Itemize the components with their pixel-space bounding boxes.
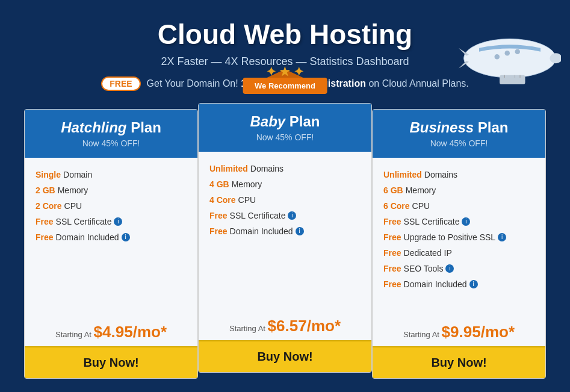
plan-card-hatchling: Hatchling Plan Now 45% OFF! Single Domai… [24,109,198,379]
feature-text: Memory [232,179,262,189]
buy-button-hatchling[interactable]: Buy Now! [25,346,197,378]
plan-name-hatchling: Hatchling Plan [31,119,191,136]
info-icon[interactable]: i [122,233,130,241]
plan-feature-hatchling-1: 2 GB Memory [36,185,187,195]
feature-key: 2 GB [36,185,55,195]
plan-pricing-business: Starting At $9.95/mo* [373,314,545,346]
plan-pricing-hatchling: Starting At $4.95/mo* [25,314,197,346]
plan-feature-baby-1: 4 GB Memory [209,179,361,189]
feature-text: Domain Included [404,279,467,289]
feature-text: Upgrade to Positive SSL [404,232,496,242]
feature-key: 4 GB [209,179,229,189]
feature-key: Free [383,279,401,289]
feature-key: Free [383,232,401,242]
feature-key: 6 GB [383,185,403,195]
feature-text: CPU [412,201,430,211]
plan-price-business: $9.95/mo* [442,323,515,341]
feature-text: SSL Certificate [56,217,112,226]
feature-key: Single [36,170,61,179]
starting-at-hatchling: Starting At [55,330,94,339]
plan-price-hatchling: $4.95/mo* [94,323,167,341]
info-icon[interactable]: i [498,233,506,241]
starting-at-baby: Starting At [229,324,268,333]
plan-feature-baby-3: Free SSL Certificatei [209,211,361,220]
plan-feature-business-0: Unlimited Domains [383,170,534,179]
plan-header-business: Business Plan Now 45% OFF! [373,110,545,158]
plan-feature-hatchling-3: Free SSL Certificatei [36,217,187,226]
buy-button-business[interactable]: Buy Now! [373,346,545,378]
feature-key: 2 Core [36,201,62,211]
info-icon[interactable]: i [296,227,304,235]
plan-body-baby: Unlimited Domains 4 GB Memory 4 Core CPU… [199,152,371,308]
plan-wrapper-hatchling: Hatchling Plan Now 45% OFF! Single Domai… [24,109,198,379]
feature-key: Free [383,248,401,258]
plan-feature-hatchling-2: 2 Core CPU [36,201,187,211]
plan-feature-hatchling-0: Single Domain [36,170,187,179]
plan-body-business: Unlimited Domains 6 GB Memory 6 Core CPU… [373,158,545,314]
plan-feature-business-3: Free SSL Certificatei [383,217,534,226]
info-icon[interactable]: i [469,280,478,288]
feature-text: CPU [238,195,256,205]
info-icon[interactable]: i [445,264,454,273]
plan-feature-business-5: Free Dedicated IP [383,248,534,258]
feature-text: Domain Included [56,232,119,242]
plan-wrapper-baby: ✦ ★ ✦ We Recommend Baby Plan Now 45% OFF… [198,103,372,373]
plan-header-baby: Baby Plan Now 45% OFF! [199,104,371,152]
info-icon[interactable]: i [114,217,122,226]
feature-key: Free [383,264,401,273]
buy-button-baby[interactable]: Buy Now! [199,340,371,372]
plan-card-business: Business Plan Now 45% OFF! Unlimited Dom… [372,109,546,379]
plan-discount-hatchling: Now 45% OFF! [31,138,191,148]
feature-text: Memory [58,185,88,195]
plan-feature-business-1: 6 GB Memory [383,185,534,195]
feature-text: Domain Included [230,226,293,236]
feature-key: Free [383,217,401,226]
feature-key: Unlimited [383,170,422,179]
starting-at-business: Starting At [403,330,442,339]
feature-text: Memory [406,185,436,195]
feature-key: Free [36,217,54,226]
plan-name-baby: Baby Plan [205,113,365,130]
feature-text: Domain [63,170,92,179]
we-recommend-badge: ✦ ★ ✦ We Recommend [243,78,327,94]
feature-text: Domains [250,164,283,173]
plan-pricing-baby: Starting At $6.57/mo* [199,308,371,340]
plan-wrapper-business: Business Plan Now 45% OFF! Unlimited Dom… [372,109,546,379]
star-wings-icon: ✦ ★ ✦ [266,64,304,79]
feature-key: 6 Core [383,201,410,211]
plan-feature-baby-4: Free Domain Includedi [209,226,361,236]
plan-feature-baby-2: 4 Core CPU [209,195,361,205]
feature-key: Free [209,226,228,236]
plan-discount-baby: Now 45% OFF! [205,132,365,142]
plan-feature-business-4: Free Upgrade to Positive SSLi [383,232,534,242]
plan-body-hatchling: Single Domain 2 GB Memory 2 Core CPU Fre… [25,158,197,314]
info-icon[interactable]: i [288,211,296,220]
plan-feature-baby-0: Unlimited Domains [209,164,361,173]
info-icon[interactable]: i [462,217,470,226]
feature-text: SSL Certificate [404,217,460,226]
plans-container: Hatchling Plan Now 45% OFF! Single Domai… [0,109,570,379]
plan-name-business: Business Plan [379,119,539,136]
plan-feature-business-2: 6 Core CPU [383,201,534,211]
page-title: Cloud Web Hosting [12,18,558,51]
feature-text: SEO Tools [404,264,444,273]
feature-key: Unlimited [209,164,248,173]
plan-header-hatchling: Hatchling Plan Now 45% OFF! [25,110,197,158]
feature-key: 4 Core [209,195,236,205]
feature-key: Free [209,211,228,220]
feature-text: Dedicated IP [404,248,452,258]
plan-discount-business: Now 45% OFF! [379,138,539,148]
plan-feature-business-7: Free Domain Includedi [383,279,534,289]
feature-key: Free [36,232,54,242]
feature-text: CPU [64,201,82,211]
feature-text: Domains [424,170,457,179]
plan-card-baby: Baby Plan Now 45% OFF! Unlimited Domains… [198,103,372,373]
plan-feature-hatchling-4: Free Domain Includedi [36,232,187,242]
feature-text: SSL Certificate [230,211,286,220]
plan-price-baby: $6.57/mo* [268,317,341,335]
free-badge: FREE [101,76,140,91]
plan-feature-business-6: Free SEO Toolsi [383,264,534,273]
